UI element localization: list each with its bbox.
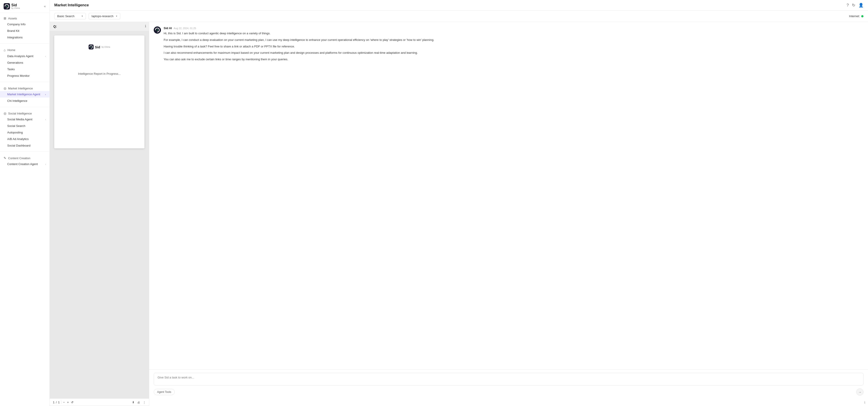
- sidebar-item-tasks[interactable]: Tasks: [0, 66, 50, 72]
- pdf-logo-by: by Chima: [101, 46, 110, 48]
- pdf-total-pages: 1: [58, 401, 60, 404]
- logo-area: Sid by Chima «: [0, 0, 50, 13]
- search-type-dropdown[interactable]: Basic Search ▾: [54, 13, 86, 20]
- chat-paragraph-5: You can also ask me to exclude certain l…: [164, 57, 864, 62]
- sidebar-item-chi-intelligence[interactable]: Chi Intelligence: [0, 98, 50, 104]
- page-header: Market Intelligence ? ↻ 👤: [50, 0, 868, 11]
- sidebar-item-generations[interactable]: Generations: [0, 59, 50, 66]
- internet-status-dot: [861, 15, 864, 18]
- chevron-icon: ›: [45, 93, 46, 96]
- left-panel: Q: ℹ Sid by Chima Intelligence Report i: [50, 22, 149, 406]
- chat-input-area: Agent Tools →: [149, 369, 868, 399]
- pdf-rotate-icon[interactable]: ↺: [70, 401, 74, 404]
- sidebar-collapse-button[interactable]: «: [44, 4, 46, 8]
- social-intelligence-header: ◎ Social Intelligence: [0, 110, 50, 116]
- chat-messages: Sid AI Aug 22, 2024, 01:25 Hi, this is S…: [149, 22, 868, 369]
- sidebar-item-progress-monitor[interactable]: Progress Monitor: [0, 72, 50, 79]
- panel-info-icon[interactable]: ℹ: [145, 24, 146, 28]
- dataset-value: laptops-research: [92, 14, 114, 18]
- sidebar-item-social-search[interactable]: Social Search: [0, 123, 50, 129]
- market-intelligence-header: ◎ Market Intelligence: [0, 85, 50, 91]
- content-area: Q: ℹ Sid by Chima Intelligence Report i: [50, 22, 868, 406]
- pdf-zoom-in-icon[interactable]: +: [67, 401, 69, 404]
- sidebar-item-brand-kit[interactable]: Brand Kit: [0, 28, 50, 34]
- chevron-icon: ›: [45, 163, 46, 166]
- sidebar-item-content-creation-agent[interactable]: Content Creation Agent ›: [0, 161, 50, 167]
- toolbar: Basic Search ▾ laptops-research ▾ Intern…: [50, 11, 868, 22]
- chat-message: Sid AI Aug 22, 2024, 01:25 Hi, this is S…: [154, 26, 864, 64]
- pdf-logo-name: Sid: [95, 45, 100, 49]
- home-icon: ⌂: [4, 48, 6, 52]
- market-intelligence-icon: ◎: [4, 87, 6, 90]
- chat-content: Sid AI Aug 22, 2024, 01:25 Hi, this is S…: [164, 26, 864, 64]
- pdf-logo: Sid by Chima: [89, 44, 110, 49]
- sidebar-item-data-analysis-agent[interactable]: Data Analysis Agent ›: [0, 53, 50, 59]
- assets-header: ⊞ Assets: [0, 15, 50, 21]
- chevron-icon: ›: [45, 118, 46, 121]
- social-intelligence-section: ◎ Social Intelligence Social Media Agent…: [0, 108, 50, 150]
- pdf-page-controls: 1 / 1 − + ↺: [53, 400, 74, 404]
- dataset-dropdown[interactable]: laptops-research ▾: [89, 13, 120, 20]
- home-label: Home: [7, 48, 16, 52]
- svg-point-5: [157, 30, 158, 31]
- sidebar-item-social-media-agent[interactable]: Social Media Agent ›: [0, 116, 50, 123]
- send-icon: →: [858, 391, 861, 394]
- user-icon[interactable]: 👤: [859, 3, 864, 8]
- market-intelligence-label: Market Intelligence: [8, 87, 33, 90]
- main-area: Market Intelligence ? ↻ 👤 Basic Search ▾…: [50, 0, 868, 406]
- pdf-toolbar: 1 / 1 − + ↺ ⬇ 🖨 ⋮: [50, 398, 149, 406]
- svg-point-1: [6, 6, 7, 7]
- sidebar-item-ab-ad-analytics[interactable]: A/B Ad Analytics: [0, 136, 50, 142]
- agent-tools-button[interactable]: Agent Tools: [154, 389, 175, 395]
- header-actions: ? ↻ 👤: [846, 3, 864, 8]
- right-panel: Sid AI Aug 22, 2024, 01:25 Hi, this is S…: [149, 22, 868, 406]
- logo-by: by Chima: [11, 7, 20, 9]
- assets-section: ⊞ Assets Company Info Brand Kit Integrat…: [0, 13, 50, 42]
- chat-input-footer: Agent Tools →: [154, 388, 864, 396]
- content-creation-section: ✎ Content Creation Content Creation Agen…: [0, 153, 50, 169]
- sidebar-item-social-dashboard[interactable]: Social Dashboard: [0, 142, 50, 149]
- help-icon[interactable]: ?: [846, 3, 849, 8]
- chat-paragraph-1: Hi, this is Sid. I am built to conduct a…: [164, 31, 864, 36]
- sidebar-item-integrations[interactable]: Integrations: [0, 34, 50, 41]
- chat-sender: Sid AI: [164, 26, 172, 30]
- dropdown-caret-icon: ▾: [116, 15, 117, 18]
- content-creation-header: ✎ Content Creation: [0, 155, 50, 161]
- social-intelligence-label: Social Intelligence: [8, 112, 32, 115]
- social-intelligence-icon: ◎: [4, 111, 6, 115]
- pdf-logo-icon: [89, 44, 94, 49]
- dropdown-caret-icon: ▾: [82, 15, 83, 18]
- chat-message-header: Sid AI Aug 22, 2024, 01:25: [164, 26, 864, 30]
- pdf-page: Sid by Chima Intelligence Report in Prog…: [54, 35, 145, 148]
- assets-label: Assets: [8, 17, 17, 20]
- avatar-icon: [154, 27, 161, 33]
- market-intelligence-section: ◎ Market Intelligence Market Intelligenc…: [0, 83, 50, 106]
- assets-icon: ⊞: [4, 16, 6, 20]
- home-header: ⌂ Home: [0, 46, 50, 53]
- pdf-report-title: Intelligence Report in Progress...: [78, 72, 121, 75]
- avatar: [154, 26, 161, 34]
- send-button[interactable]: →: [856, 388, 864, 396]
- page-title: Market Intelligence: [54, 3, 89, 7]
- pdf-download-icon[interactable]: ⬇: [132, 401, 134, 404]
- pdf-more-icon[interactable]: ⋮: [143, 401, 146, 404]
- content-creation-label: Content Creation: [8, 157, 30, 160]
- sidebar-item-autoposting[interactable]: Autoposting: [0, 129, 50, 136]
- pdf-print-icon[interactable]: 🖨: [137, 401, 140, 404]
- pdf-toolbar-right: ⬇ 🖨 ⋮: [132, 401, 146, 404]
- right-panel-info: ℹ: [149, 399, 868, 406]
- pdf-page-separator: /: [56, 401, 57, 404]
- sidebar-item-company-info[interactable]: Company Info: [0, 21, 50, 28]
- chat-input[interactable]: [154, 373, 864, 385]
- internet-status: Internet:: [849, 14, 864, 18]
- home-section: ⌂ Home Data Analysis Agent › Generations…: [0, 44, 50, 81]
- pdf-zoom-out-icon[interactable]: −: [63, 401, 65, 404]
- pdf-current-page: 1: [53, 401, 55, 404]
- logo-icon: [4, 3, 10, 9]
- sidebar-item-market-intelligence-agent[interactable]: Market Intelligence Agent ›: [0, 91, 50, 98]
- refresh-icon[interactable]: ↻: [852, 3, 855, 8]
- svg-point-3: [91, 46, 91, 47]
- content-creation-icon: ✎: [4, 156, 6, 160]
- chat-paragraph-2: For example, I can conduct a deep evalua…: [164, 38, 864, 42]
- right-panel-info-icon[interactable]: ℹ: [864, 401, 865, 404]
